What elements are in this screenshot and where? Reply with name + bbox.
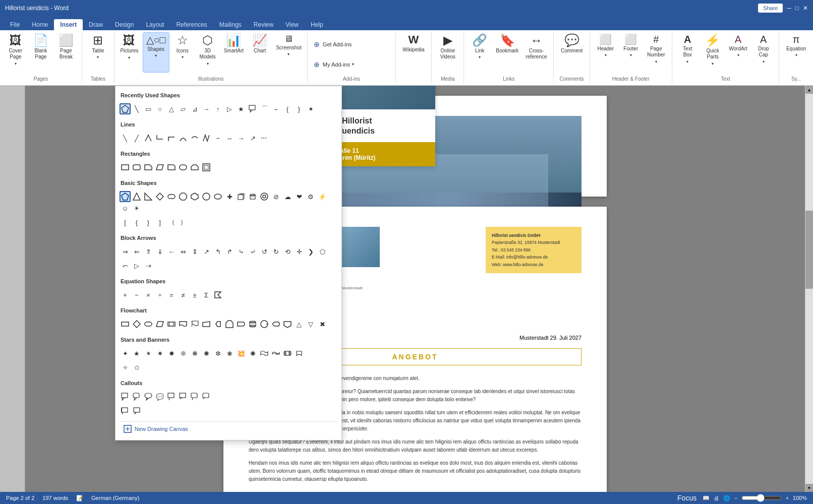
cover-page-button[interactable]: 🖼 CoverPage ▾: [4, 32, 28, 73]
zoom-out-icon[interactable]: −: [734, 495, 737, 501]
basic-left-brace[interactable]: （: [166, 217, 177, 228]
shape-triangle[interactable]: △: [166, 103, 177, 114]
basic-brace-close[interactable]: }: [143, 217, 154, 228]
star4-icon[interactable]: ✦: [120, 348, 131, 359]
fc-extract[interactable]: △: [294, 319, 305, 330]
chart-button[interactable]: 📈 Chart: [248, 32, 272, 73]
basic-pentagon[interactable]: [120, 191, 131, 202]
line-curve1[interactable]: [178, 133, 189, 144]
line-elbow[interactable]: [154, 133, 165, 144]
eq-equal[interactable]: =: [166, 289, 177, 300]
shape-freeform[interactable]: ⌣: [270, 103, 281, 114]
banner-curve[interactable]: [259, 348, 270, 359]
tab-mailings[interactable]: Mailings: [213, 19, 248, 30]
textbox-button[interactable]: A TextBox ▾: [675, 32, 700, 73]
shape-arrow-right[interactable]: →: [201, 103, 212, 114]
table-button[interactable]: ⊞ Table ▾: [86, 32, 110, 73]
line-zigzag[interactable]: [201, 133, 212, 144]
view-print-icon[interactable]: 🖨: [714, 495, 719, 501]
rect-basic[interactable]: [120, 162, 131, 173]
basic-bracket-close[interactable]: ]: [154, 217, 165, 228]
ba-curved[interactable]: ⤷: [236, 246, 247, 257]
fc-offpage[interactable]: [282, 319, 293, 330]
fc-prepare[interactable]: [212, 319, 223, 330]
fc-multidoc[interactable]: [189, 319, 200, 330]
blank-page-button[interactable]: 📄 BlankPage: [29, 32, 53, 73]
equation-button[interactable]: π Equation ▾: [783, 32, 809, 73]
line-diagonal[interactable]: ╱: [131, 133, 142, 144]
header-button[interactable]: ⬜ Header ▾: [594, 32, 618, 73]
maximize-icon[interactable]: □: [795, 5, 799, 12]
rect-snip2[interactable]: [189, 162, 200, 173]
ba-4way[interactable]: ✛: [294, 246, 305, 257]
eq-summation[interactable]: [212, 289, 223, 300]
focus-button[interactable]: Focus: [675, 493, 699, 503]
star12-icon[interactable]: ❋: [189, 348, 200, 359]
rect-rounded[interactable]: [131, 162, 142, 173]
view-read-icon[interactable]: 📖: [703, 495, 710, 501]
callout-rect[interactable]: [120, 391, 131, 402]
fc-manual-input[interactable]: [201, 319, 212, 330]
shape-brace-open[interactable]: {: [282, 103, 293, 114]
wordart-button[interactable]: A WordArt ▾: [726, 32, 750, 73]
star32-icon[interactable]: ❀: [224, 348, 235, 359]
shape-arrow-up[interactable]: ↑: [212, 103, 223, 114]
ba-uturn2[interactable]: ↻: [270, 246, 281, 257]
scroll-up-button[interactable]: ▲: [805, 86, 813, 94]
spell-check-icon[interactable]: 📝: [76, 495, 83, 501]
basic-brace2[interactable]: {: [131, 217, 142, 228]
star-extra1[interactable]: ✧: [120, 362, 131, 373]
shape-star4[interactable]: ✦: [305, 103, 316, 114]
fc-delay[interactable]: [236, 319, 247, 330]
shape-right-triangle[interactable]: ⊿: [189, 103, 200, 114]
basic-hexagon[interactable]: [189, 191, 200, 202]
basic-cylinder[interactable]: [247, 191, 258, 202]
online-videos-button[interactable]: ▶ OnlineVideos: [436, 32, 460, 73]
my-addins-button[interactable]: ⊕ My Add-ins ▾: [311, 55, 392, 74]
callout-2line2[interactable]: [201, 391, 212, 402]
star-extra2[interactable]: ✩: [131, 362, 142, 373]
line-dbl-arrow[interactable]: ↔: [224, 133, 235, 144]
ba-lr[interactable]: ⇔: [178, 246, 189, 257]
line-straight[interactable]: ╲: [120, 133, 131, 144]
tab-home[interactable]: Home: [26, 19, 54, 30]
callout-round[interactable]: [131, 391, 142, 402]
callout-line2[interactable]: [178, 391, 189, 402]
ba-up[interactable]: ⇑: [143, 246, 154, 257]
basic-smiley[interactable]: ☺: [120, 203, 131, 214]
eq-notequal[interactable]: ≠: [178, 289, 189, 300]
ba-circular[interactable]: ⟲: [282, 246, 293, 257]
callout-border[interactable]: [131, 405, 142, 416]
basic-round-rect[interactable]: [166, 191, 177, 202]
basic-sun[interactable]: ☀: [131, 203, 142, 214]
star8-icon[interactable]: ✸: [166, 348, 177, 359]
ba-down[interactable]: ⇓: [154, 246, 165, 257]
basic-cross[interactable]: ✚: [224, 191, 235, 202]
link-button[interactable]: 🔗 Link ▾: [468, 32, 492, 73]
basic-noaccess[interactable]: ⊘: [270, 191, 281, 202]
eq-multiply[interactable]: ×: [143, 289, 154, 300]
basic-right-brace[interactable]: ）: [178, 217, 189, 228]
tab-help[interactable]: Help: [305, 19, 329, 30]
basic-lightning[interactable]: ⚡: [317, 191, 328, 202]
tab-review[interactable]: Review: [248, 19, 279, 30]
shape-line[interactable]: ╲: [131, 103, 142, 114]
fc-merge[interactable]: ▽: [305, 319, 316, 330]
ba-diagonal[interactable]: ↗: [201, 246, 212, 257]
callout-accent[interactable]: [120, 405, 131, 416]
eq-divide[interactable]: ÷: [154, 289, 165, 300]
line-elbow2[interactable]: [166, 133, 177, 144]
shape-chevron[interactable]: ▷: [224, 103, 235, 114]
callout-line1[interactable]: [166, 391, 177, 402]
share-button[interactable]: Share: [758, 4, 783, 13]
rect-round2[interactable]: [178, 162, 189, 173]
callout-2line1[interactable]: [189, 391, 200, 402]
basic-gear[interactable]: ⚙: [305, 191, 316, 202]
tab-insert[interactable]: Insert: [54, 19, 83, 30]
ribbon-icon[interactable]: [294, 348, 305, 359]
icons-button[interactable]: ☆ Icons ▾: [170, 32, 195, 73]
pictures-button[interactable]: 🖼 Pictures ▾: [117, 32, 141, 73]
smartart-button[interactable]: 📊 SmartArt: [221, 32, 247, 73]
shape-parallelogram[interactable]: ▱: [178, 103, 189, 114]
shape-curve[interactable]: ⌒: [259, 103, 270, 114]
